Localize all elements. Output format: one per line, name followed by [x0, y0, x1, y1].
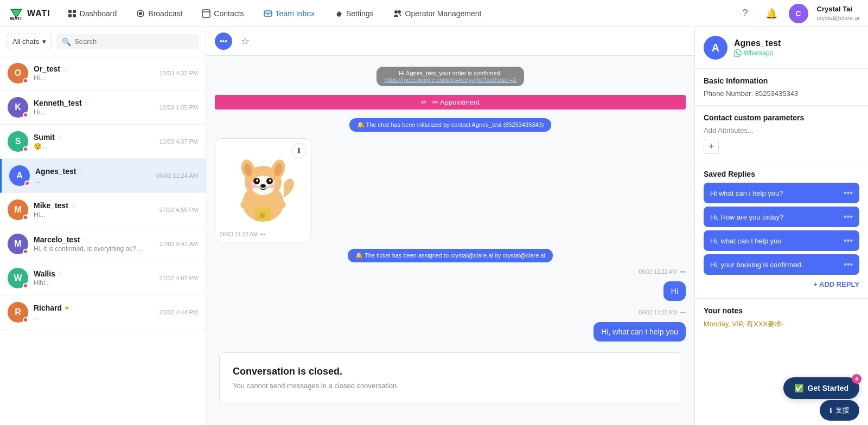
contact-info: Agnes_test Whatsapp	[734, 38, 781, 57]
chat-list-item-mike_test[interactable]: M Mike_test ☆ Hi... 27/02 4:55 PM	[0, 193, 206, 227]
nav-right-actions: ? 🔔 C Crystal Tai crystal@clare.ai	[737, 4, 859, 23]
sticker-message-row: ⬇	[215, 138, 686, 242]
chat-time: 20/02 4:44 PM	[159, 309, 198, 315]
help-button[interactable]: ?	[737, 5, 754, 22]
svg-rect-5	[68, 14, 72, 17]
nav-team-inbox[interactable]: Team Inbox	[259, 7, 319, 20]
chat-list-item-kenneth_test[interactable]: K Kenneth_test ☆ Hi... 12/03 1:35 PM	[0, 91, 206, 125]
star-chat-button[interactable]: ☆	[237, 33, 254, 50]
support-button[interactable]: ℹ 支援	[820, 400, 859, 421]
chat-avatar: K	[8, 97, 28, 118]
online-indicator	[23, 215, 28, 220]
svg-point-29	[248, 183, 257, 188]
nav-contacts[interactable]: Contacts	[197, 7, 248, 20]
saved-reply-item-0[interactable]: Hi what can i help you? •••	[704, 183, 859, 203]
reply-text: Hi, How are you today?	[710, 213, 783, 221]
chat-list-item-wallis[interactable]: W Wallis ☆ Hihi... 21/02 4:07 PM	[0, 261, 206, 295]
chat-avatar: M	[8, 234, 28, 254]
online-indicator	[23, 249, 28, 254]
nav-operator-management[interactable]: Operator Management	[389, 7, 486, 20]
get-started-button[interactable]: ✅ Get Started 4	[783, 377, 859, 399]
more-options-button[interactable]: •••	[215, 33, 232, 50]
chat-time: 06/03 11:24 AM	[156, 172, 198, 179]
nav-settings[interactable]: Settings	[330, 7, 378, 20]
svg-point-22	[256, 179, 258, 182]
main-layout: All chats ▾ 🔍 O Or_test ☆ Hi... 1	[0, 27, 868, 425]
chat-main: ••• ☆ Hi Agnes_test, your order is confi…	[206, 27, 694, 425]
chat-avatar: M	[8, 199, 28, 220]
reply-options-icon[interactable]: •••	[844, 236, 853, 246]
chat-list: O Or_test ☆ Hi... 12/03 4:32 PM K Kennet…	[0, 56, 206, 425]
star-icon: ☆	[84, 99, 90, 107]
saved-reply-item-1[interactable]: Hi, How are you today? •••	[704, 207, 859, 227]
reply-options-icon[interactable]: •••	[844, 188, 853, 198]
svg-point-23	[269, 179, 271, 182]
init-message: 🔔 The chat has been initialized by conta…	[215, 118, 686, 132]
appointment-bar[interactable]: ✏ ✏ Appointment	[215, 95, 686, 110]
conversation-closed-box: Conversation is closed. You cannot send …	[219, 352, 681, 403]
whatsapp-badge: Whatsapp	[734, 49, 781, 57]
reply-text: Hi, your booking is confirmed.	[710, 261, 803, 269]
chat-name: Or_test	[34, 65, 60, 73]
reply-options-icon[interactable]: •••	[844, 260, 853, 269]
chat-info: Kenneth_test ☆ Hi...	[34, 99, 154, 116]
contact-header: A Agnes_test Whatsapp	[695, 27, 868, 69]
app-logo: WATI WATI	[9, 6, 50, 21]
chat-info: Wallis ☆ Hihi...	[34, 269, 154, 287]
outgoing-hi-time-row: 06/03 11:22 AM •••	[215, 269, 686, 275]
dashboard-icon	[68, 9, 76, 18]
outgoing-help-bubble: Hi, what can I help you	[593, 322, 686, 342]
chat-list-item-marcelo_test[interactable]: M Marcelo_test ☆ Hi, it is confirmed, is…	[0, 227, 206, 261]
contacts-icon	[202, 9, 210, 18]
phone-row: Phone Number: 85253435343	[704, 89, 859, 98]
nav-dashboard[interactable]: Dashboard	[63, 7, 122, 20]
custom-params-section: Contact custom parameters Add Attributes…	[695, 106, 868, 162]
chat-header-actions: ••• ☆	[215, 33, 254, 50]
reply-text: Hi what can i help you?	[710, 189, 783, 197]
search-input[interactable]	[74, 37, 194, 46]
basic-info-section: Basic Information Phone Number: 85253435…	[695, 69, 868, 106]
chat-avatar: S	[8, 131, 28, 152]
chat-list-item-richard[interactable]: R Richard ★ ... 20/02 4:44 PM	[0, 295, 206, 330]
download-sticker-button[interactable]: ⬇	[291, 143, 307, 158]
chat-sidebar: All chats ▾ 🔍 O Or_test ☆ Hi... 1	[0, 27, 206, 425]
bell-icon-2: 🔔	[355, 252, 365, 259]
chat-list-item-or_test[interactable]: O Or_test ☆ Hi... 12/03 4:32 PM	[0, 56, 206, 91]
outgoing-help-row: Hi, what can I help you	[215, 322, 686, 342]
chat-list-item-agnes_test[interactable]: A Agnes_test ☆ ... 06/03 11:24 AM	[0, 159, 206, 193]
top-navigation: WATI WATI Dashboard Broadcast Contacts T…	[0, 0, 868, 27]
chat-list-item-sumit[interactable]: S Sumit ☆ 😯... 10/03 4:37 PM	[0, 125, 206, 159]
chat-name: Agnes_test	[35, 167, 76, 176]
chat-preview: Hi, it is confirmed, is everything ok?..…	[34, 245, 154, 253]
chat-preview: Hi...	[34, 108, 154, 116]
saved-reply-item-3[interactable]: Hi, your booking is confirmed. •••	[704, 254, 859, 275]
chat-filter-dropdown[interactable]: All chats ▾	[7, 34, 52, 49]
settings-icon	[334, 9, 343, 18]
svg-rect-6	[73, 14, 76, 17]
whatsapp-icon	[734, 49, 742, 57]
chat-header: ••• ☆	[206, 27, 694, 56]
online-indicator	[23, 146, 28, 152]
messages-area: Hi Agnes_test, your order is confirmed. …	[206, 56, 694, 425]
chat-avatar: O	[8, 63, 28, 83]
chat-preview: Hi...	[34, 211, 154, 218]
nav-broadcast[interactable]: Broadcast	[132, 7, 187, 20]
saved-reply-item-2[interactable]: Hi, what can I help you •••	[704, 230, 859, 251]
outgoing-hi-row: Hi	[215, 281, 686, 301]
user-avatar[interactable]: C	[789, 4, 808, 23]
online-indicator	[24, 181, 30, 186]
chat-name: Marcelo_test	[34, 235, 80, 244]
add-reply-button[interactable]: + ADD REPLY	[704, 278, 859, 291]
user-info: Crystal Tai crystal@clare.ai	[817, 5, 859, 22]
ticket-msg-text: The ticket has been assigned to crystal@…	[365, 252, 545, 259]
svg-point-24	[260, 184, 266, 188]
svg-point-12	[398, 10, 401, 14]
chat-time: 10/03 4:37 PM	[159, 138, 198, 145]
add-attribute-button[interactable]: +	[704, 139, 719, 154]
nav-links: Dashboard Broadcast Contacts Team Inbox …	[63, 7, 724, 20]
reply-options-icon[interactable]: •••	[844, 212, 853, 222]
notifications-button[interactable]: 🔔	[763, 5, 780, 22]
outgoing-hi-bubble: Hi	[663, 281, 686, 301]
ticket-message: 🔔 The ticket has been assigned to crysta…	[215, 249, 686, 262]
svg-rect-3	[68, 10, 72, 13]
